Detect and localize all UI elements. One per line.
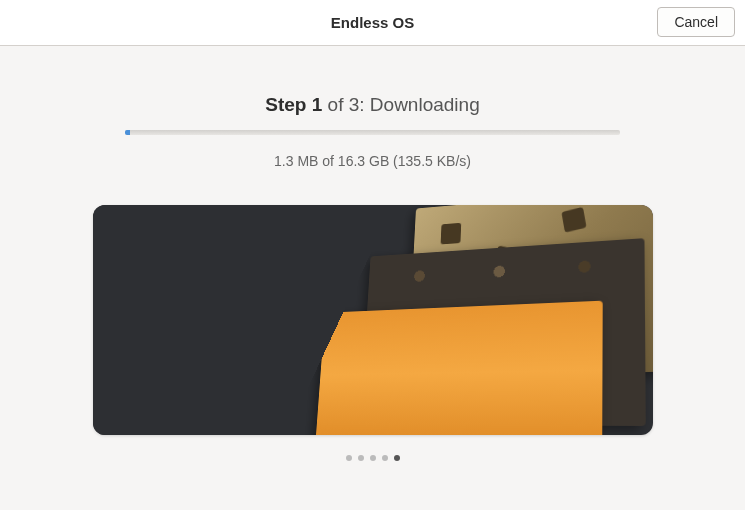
- progress-fill: [125, 130, 130, 135]
- progress-bar: [125, 130, 620, 135]
- carousel-pagination: [0, 455, 745, 461]
- progress-status-text: 1.3 MB of 16.3 GB (135.5 KB/s): [0, 153, 745, 169]
- window-header: Endless OS Cancel: [0, 0, 745, 46]
- window-title: Endless OS: [331, 14, 414, 31]
- step-title: Step 1 of 3: Downloading: [0, 94, 745, 116]
- pagination-dot[interactable]: [346, 455, 352, 461]
- step-label-rest: of 3: Downloading: [322, 94, 479, 115]
- pagination-dot-active[interactable]: [394, 455, 400, 461]
- pagination-dot[interactable]: [370, 455, 376, 461]
- pagination-dot[interactable]: [358, 455, 364, 461]
- promo-carousel[interactable]: ENCICLOPEDIA: [93, 205, 653, 435]
- cancel-button[interactable]: Cancel: [657, 7, 735, 37]
- main-content: Step 1 of 3: Downloading 1.3 MB of 16.3 …: [0, 46, 745, 461]
- step-label-bold: Step 1: [265, 94, 322, 115]
- pagination-dot[interactable]: [382, 455, 388, 461]
